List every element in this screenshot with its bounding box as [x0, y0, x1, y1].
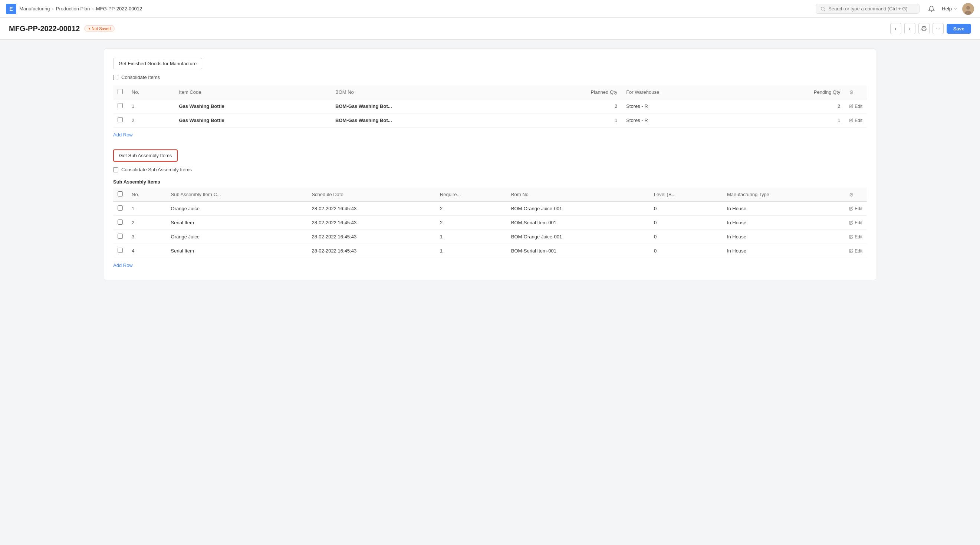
- col-item-code: Item Code: [174, 85, 331, 99]
- col-planned-qty: Planned Qty: [520, 85, 622, 99]
- row-item-code: Serial Item: [167, 244, 307, 258]
- row-required: 1: [436, 230, 507, 244]
- sub-col-mfg-type: Manufacturing Type: [722, 187, 845, 202]
- table-row: 1 Orange Juice 28-02-2022 16:45:43 2 BOM…: [113, 202, 867, 216]
- edit-icon: [849, 118, 853, 122]
- consolidate-sub-assembly-label: Consolidate Sub Assembly Items: [121, 167, 192, 172]
- get-sub-assembly-button[interactable]: Get Sub Assembly Items: [113, 149, 178, 162]
- col-pending-qty: Pending Qty: [743, 85, 845, 99]
- row-no: 1: [127, 99, 174, 113]
- row-required: 2: [436, 216, 507, 230]
- row-item-code: Gas Washing Bottle: [174, 99, 331, 113]
- edit-icon: [849, 249, 853, 253]
- row-mfg-type: In House: [722, 244, 845, 258]
- col-bom-no: BOM No: [331, 85, 520, 99]
- more-options-button[interactable]: ···: [932, 23, 943, 34]
- print-icon: [921, 26, 927, 31]
- sub-assembly-table-container: No. Sub Assembly Item C... Schedule Date…: [113, 187, 867, 258]
- row-checkbox[interactable]: [118, 234, 123, 239]
- get-finished-goods-button[interactable]: Get Finished Goods for Manufacture: [113, 58, 202, 69]
- row-checkbox[interactable]: [118, 205, 123, 211]
- svg-point-3: [966, 6, 970, 10]
- row-schedule-date: 28-02-2022 16:45:43: [307, 202, 436, 216]
- row-item-code: Orange Juice: [167, 230, 307, 244]
- finished-table-settings-icon[interactable]: ⚙: [849, 89, 854, 95]
- page-header-right: ‹ › ··· Save: [890, 23, 971, 34]
- select-all-finished-checkbox[interactable]: [118, 89, 123, 94]
- production-plan-card: Get Finished Goods for Manufacture Conso…: [104, 49, 876, 280]
- row-level: 0: [649, 230, 722, 244]
- edit-row-button[interactable]: Edit: [849, 248, 862, 254]
- select-all-sub-checkbox[interactable]: [118, 191, 123, 197]
- page-title: MFG-PP-2022-00012: [9, 24, 80, 33]
- row-checkbox[interactable]: [118, 219, 123, 225]
- row-planned-qty: 1: [520, 113, 622, 127]
- sub-col-no: No.: [127, 187, 167, 202]
- row-no: 4: [127, 244, 167, 258]
- prev-button[interactable]: ‹: [890, 23, 901, 34]
- row-level: 0: [649, 202, 722, 216]
- svg-point-0: [821, 7, 824, 10]
- row-bom-no: BOM-Gas Washing Bot...: [331, 99, 520, 113]
- row-checkbox[interactable]: [118, 103, 123, 108]
- col-no: No.: [127, 85, 174, 99]
- edit-icon: [849, 104, 853, 108]
- row-required: 1: [436, 244, 507, 258]
- app-logo: E: [6, 4, 16, 14]
- breadcrumb-production-plan[interactable]: Production Plan: [56, 6, 90, 11]
- sub-assembly-section: Get Sub Assembly Items Consolidate Sub A…: [113, 149, 867, 271]
- search-icon: [821, 6, 825, 11]
- row-item-code: Orange Juice: [167, 202, 307, 216]
- sub-col-schedule-date: Schedule Date: [307, 187, 436, 202]
- row-mfg-type: In House: [722, 216, 845, 230]
- search-box[interactable]: [816, 4, 920, 14]
- table-row: 1 Gas Washing Bottle BOM-Gas Washing Bot…: [113, 99, 867, 113]
- row-item-code: Serial Item: [167, 216, 307, 230]
- breadcrumb: Manufacturing › Production Plan › MFG-PP…: [19, 6, 810, 11]
- help-button[interactable]: Help: [942, 6, 958, 11]
- row-checkbox[interactable]: [118, 248, 123, 253]
- consolidate-items-checkbox[interactable]: [113, 75, 118, 80]
- edit-icon: [849, 221, 853, 225]
- row-planned-qty: 2: [520, 99, 622, 113]
- row-bom-no: BOM-Serial Item-001: [507, 216, 649, 230]
- next-button[interactable]: ›: [904, 23, 915, 34]
- user-avatar[interactable]: [962, 3, 974, 15]
- table-row: 4 Serial Item 28-02-2022 16:45:43 1 BOM-…: [113, 244, 867, 258]
- save-button[interactable]: Save: [947, 24, 971, 34]
- sub-col-bom-no: Bom No: [507, 187, 649, 202]
- edit-row-button[interactable]: Edit: [849, 220, 862, 226]
- row-checkbox[interactable]: [118, 117, 123, 122]
- edit-icon: [849, 207, 853, 211]
- row-no: 3: [127, 230, 167, 244]
- edit-row-button[interactable]: Edit: [849, 118, 862, 123]
- sub-col-item-code: Sub Assembly Item C...: [167, 187, 307, 202]
- consolidate-sub-assembly-checkbox[interactable]: [113, 167, 118, 172]
- not-saved-badge: ● Not Saved: [84, 25, 115, 32]
- finished-goods-table-container: No. Item Code BOM No Planned Qty For War…: [113, 85, 867, 127]
- row-pending-qty: 1: [743, 113, 845, 127]
- table-row: 2 Serial Item 28-02-2022 16:45:43 2 BOM-…: [113, 216, 867, 230]
- notifications-button[interactable]: [926, 3, 937, 15]
- edit-row-button[interactable]: Edit: [849, 234, 862, 240]
- row-item-code: Gas Washing Bottle: [174, 113, 331, 127]
- main-content: Get Finished Goods for Manufacture Conso…: [0, 40, 980, 545]
- topnav-right-actions: Help: [926, 3, 974, 15]
- row-no: 1: [127, 202, 167, 216]
- sub-assembly-table: No. Sub Assembly Item C... Schedule Date…: [113, 187, 867, 258]
- sub-col-level: Level (B...: [649, 187, 722, 202]
- add-row-sub-assembly-button[interactable]: Add Row: [113, 259, 133, 271]
- breadcrumb-manufacturing[interactable]: Manufacturing: [19, 6, 50, 11]
- edit-row-button[interactable]: Edit: [849, 206, 862, 211]
- edit-row-button[interactable]: Edit: [849, 104, 862, 109]
- search-input[interactable]: [828, 6, 915, 11]
- row-bom-no: BOM-Orange Juice-001: [507, 230, 649, 244]
- row-level: 0: [649, 216, 722, 230]
- bell-icon: [928, 6, 935, 12]
- print-button[interactable]: [918, 23, 929, 34]
- sub-col-required: Require...: [436, 187, 507, 202]
- sub-table-settings-icon[interactable]: ⚙: [849, 192, 854, 198]
- svg-line-1: [824, 10, 824, 10]
- add-row-finished-goods-button[interactable]: Add Row: [113, 129, 133, 140]
- breadcrumb-current: MFG-PP-2022-00012: [96, 6, 142, 11]
